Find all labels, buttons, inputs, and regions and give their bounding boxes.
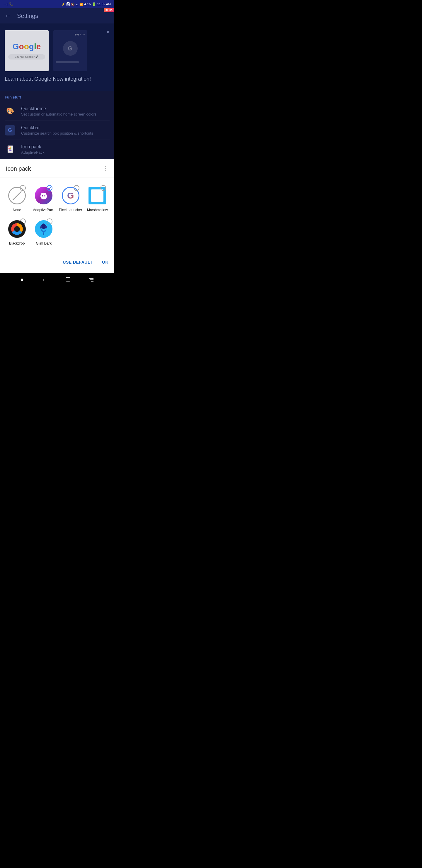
marshmallow-inner <box>91 189 103 202</box>
google-preview-light: Google Say "Ok Google" 🎤 <box>5 30 48 71</box>
toolbar: ← Settings PLUS <box>0 8 114 24</box>
status-bar: ···| 📞 ⚡ N 🔇 ▲ 📶 47% 🔋 11:52 AM <box>0 0 114 8</box>
google-now-banner[interactable]: Google Say "Ok Google" 🎤 8:00 G × Learn … <box>0 24 114 91</box>
settings-item-quickbar[interactable]: G Quickbar Customize search box position… <box>5 121 109 140</box>
quicktheme-text: Quicktheme Set custom or automatic home … <box>21 106 96 116</box>
plus-badge: PLUS <box>104 8 114 12</box>
icon-pack-adaptivepack[interactable]: AdaptivePack <box>30 182 58 216</box>
iconpack-text: Icon pack AdaptivePack <box>21 144 44 155</box>
mute-icon: 🔇 <box>71 3 74 6</box>
marshmallow-label: Marshmallow <box>87 208 108 212</box>
battery-icon: 🔋 <box>92 2 96 6</box>
iconpack-subtitle: AdaptivePack <box>21 150 44 155</box>
dialog-footer: USE DEFAULT OK <box>0 254 114 273</box>
icon-pack-none[interactable]: None <box>3 182 30 216</box>
icon-pack-dialog: Icon pack ⋮ None <box>0 159 114 273</box>
nav-dot <box>21 279 23 281</box>
time: 11:52 AM <box>97 2 111 6</box>
status-right: ⚡ N 🔇 ▲ 📶 47% 🔋 11:52 AM <box>61 2 111 6</box>
section-header-fun: Fun stuff <box>5 91 109 102</box>
nav-back-button[interactable]: ← <box>42 277 47 283</box>
quicktheme-title: Quicktheme <box>21 106 96 112</box>
use-default-button[interactable]: USE DEFAULT <box>62 257 94 267</box>
google-now-label: Learn about Google Now integration! <box>5 76 109 85</box>
close-button[interactable]: × <box>106 29 109 35</box>
back-button[interactable]: ← <box>5 12 11 20</box>
settings-background: ← Settings PLUS Google Say "Ok Google" 🎤… <box>0 8 114 159</box>
iconpack-title: Icon pack <box>21 144 44 150</box>
page-title: Settings <box>17 12 38 19</box>
nav-home-button[interactable] <box>66 277 70 282</box>
svg-point-7 <box>46 193 46 193</box>
blackdrop-icon <box>8 220 26 238</box>
icon-pack-blackdrop[interactable]: Blackdrop <box>3 216 30 249</box>
signal-dots: ···| <box>3 3 8 6</box>
icon-pack-marshmallow[interactable]: Marshmallow <box>84 182 111 216</box>
none-icon <box>8 187 26 205</box>
glimdark-label: Glim Dark <box>36 241 52 245</box>
none-label: None <box>12 208 21 212</box>
android-icon <box>39 191 48 200</box>
nfc-icon: N <box>67 2 70 6</box>
google-preview-dark: 8:00 G <box>53 30 87 71</box>
icon-pack-pixellauncher[interactable]: G Pixel Launcher <box>57 182 84 216</box>
quicktheme-subtitle: Set custom or automatic home screen colo… <box>21 112 96 116</box>
svg-rect-1 <box>41 195 46 198</box>
dialog-header: Icon pack ⋮ <box>0 159 114 178</box>
blackdrop-center <box>14 226 20 232</box>
settings-list: Fun stuff 🎨 Quicktheme Set custom or aut… <box>0 91 114 159</box>
phone-icon: 📞 <box>9 2 13 6</box>
settings-item-iconpack[interactable]: 🃏 Icon pack AdaptivePack <box>5 140 109 159</box>
dialog-title: Icon pack <box>6 165 31 172</box>
nav-home-icon <box>66 277 70 282</box>
status-left: ···| 📞 <box>3 2 13 6</box>
radio-marshmallow[interactable] <box>100 185 106 191</box>
svg-point-2 <box>42 195 43 196</box>
quickbar-icon: G <box>5 125 15 135</box>
radio-pixellauncher[interactable] <box>73 185 79 191</box>
dark-preview-time: 8:00 <box>80 33 85 36</box>
quicktheme-icon: 🎨 <box>5 106 15 116</box>
nav-bar: ← <box>0 273 114 287</box>
radio-adaptivepack[interactable] <box>46 185 53 191</box>
more-options-button[interactable]: ⋮ <box>102 165 108 173</box>
svg-point-3 <box>44 195 45 196</box>
settings-item-quicktheme[interactable]: 🎨 Quicktheme Set custom or automatic hom… <box>5 102 109 121</box>
wifi-icon: ▲ <box>75 3 78 6</box>
nav-recent-button[interactable] <box>89 278 94 281</box>
iconpack-icon: 🃏 <box>5 144 15 155</box>
check-icon <box>48 186 51 190</box>
ok-button[interactable]: OK <box>101 257 109 267</box>
bluetooth-icon: ⚡ <box>61 2 65 6</box>
quickbar-title: Quickbar <box>21 125 93 130</box>
radio-glimdark[interactable] <box>46 218 53 224</box>
icon-pack-grid: None <box>0 178 114 254</box>
icon-pack-glimdark[interactable]: Glim Dark <box>30 216 58 249</box>
google-logo: Google <box>12 42 41 51</box>
blackdrop-label: Blackdrop <box>9 241 25 245</box>
quickbar-text: Quickbar Customize search box position &… <box>21 125 93 135</box>
adaptivepack-label: AdaptivePack <box>33 208 55 212</box>
blackdrop-inner <box>11 223 23 235</box>
battery-percent: 47% <box>84 2 91 6</box>
pixellauncher-label: Pixel Launcher <box>59 208 82 212</box>
svg-point-6 <box>42 193 42 193</box>
dark-google-circle: G <box>63 41 78 56</box>
google-search-bar: Say "Ok Google" 🎤 <box>8 54 45 60</box>
signal-strength-icon: 📶 <box>79 3 83 6</box>
quickbar-subtitle: Customize search box position & shortcut… <box>21 131 93 135</box>
